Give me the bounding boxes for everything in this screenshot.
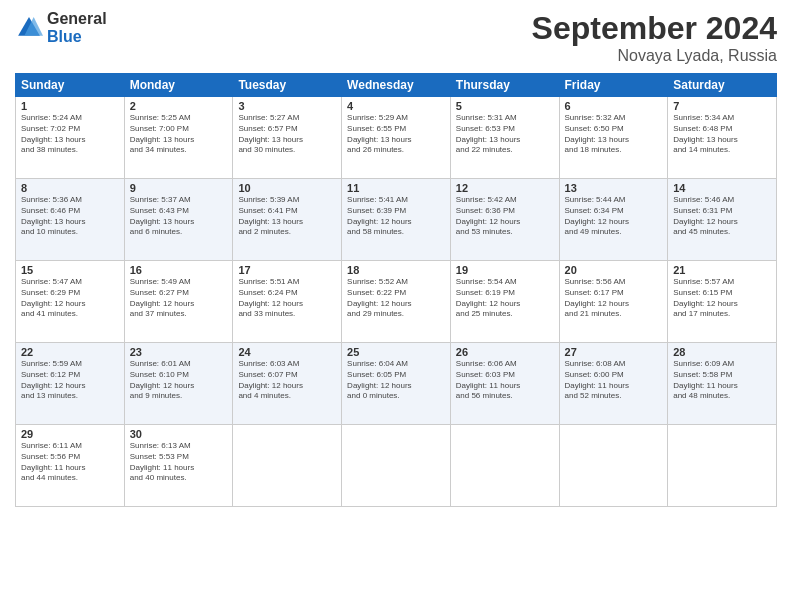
day-number: 18	[347, 264, 445, 276]
day-number: 11	[347, 182, 445, 194]
table-row: 22Sunrise: 5:59 AMSunset: 6:12 PMDayligh…	[16, 343, 125, 425]
day-number: 6	[565, 100, 663, 112]
table-row: 28Sunrise: 6:09 AMSunset: 5:58 PMDayligh…	[668, 343, 777, 425]
logo-general-text: General	[47, 10, 107, 28]
day-number: 21	[673, 264, 771, 276]
table-row	[342, 425, 451, 507]
table-row: 24Sunrise: 6:03 AMSunset: 6:07 PMDayligh…	[233, 343, 342, 425]
table-row: 20Sunrise: 5:56 AMSunset: 6:17 PMDayligh…	[559, 261, 668, 343]
day-content: Sunrise: 5:54 AMSunset: 6:19 PMDaylight:…	[456, 277, 554, 320]
day-content: Sunrise: 6:09 AMSunset: 5:58 PMDaylight:…	[673, 359, 771, 402]
table-row	[450, 425, 559, 507]
day-content: Sunrise: 5:37 AMSunset: 6:43 PMDaylight:…	[130, 195, 228, 238]
table-row: 8Sunrise: 5:36 AMSunset: 6:46 PMDaylight…	[16, 179, 125, 261]
day-content: Sunrise: 5:39 AMSunset: 6:41 PMDaylight:…	[238, 195, 336, 238]
day-content: Sunrise: 6:11 AMSunset: 5:56 PMDaylight:…	[21, 441, 119, 484]
day-number: 13	[565, 182, 663, 194]
table-row: 13Sunrise: 5:44 AMSunset: 6:34 PMDayligh…	[559, 179, 668, 261]
day-number: 22	[21, 346, 119, 358]
day-number: 30	[130, 428, 228, 440]
day-number: 9	[130, 182, 228, 194]
day-number: 24	[238, 346, 336, 358]
day-content: Sunrise: 5:46 AMSunset: 6:31 PMDaylight:…	[673, 195, 771, 238]
day-number: 3	[238, 100, 336, 112]
day-content: Sunrise: 5:25 AMSunset: 7:00 PMDaylight:…	[130, 113, 228, 156]
table-row: 27Sunrise: 6:08 AMSunset: 6:00 PMDayligh…	[559, 343, 668, 425]
day-content: Sunrise: 5:32 AMSunset: 6:50 PMDaylight:…	[565, 113, 663, 156]
day-content: Sunrise: 6:13 AMSunset: 5:53 PMDaylight:…	[130, 441, 228, 484]
day-content: Sunrise: 5:59 AMSunset: 6:12 PMDaylight:…	[21, 359, 119, 402]
day-content: Sunrise: 6:04 AMSunset: 6:05 PMDaylight:…	[347, 359, 445, 402]
table-row	[559, 425, 668, 507]
title-block: September 2024 Novaya Lyada, Russia	[532, 10, 777, 65]
day-content: Sunrise: 6:06 AMSunset: 6:03 PMDaylight:…	[456, 359, 554, 402]
day-number: 15	[21, 264, 119, 276]
day-number: 25	[347, 346, 445, 358]
day-content: Sunrise: 5:29 AMSunset: 6:55 PMDaylight:…	[347, 113, 445, 156]
table-row: 17Sunrise: 5:51 AMSunset: 6:24 PMDayligh…	[233, 261, 342, 343]
table-row: 16Sunrise: 5:49 AMSunset: 6:27 PMDayligh…	[124, 261, 233, 343]
day-number: 14	[673, 182, 771, 194]
day-content: Sunrise: 5:31 AMSunset: 6:53 PMDaylight:…	[456, 113, 554, 156]
table-row: 5Sunrise: 5:31 AMSunset: 6:53 PMDaylight…	[450, 97, 559, 179]
table-row: 9Sunrise: 5:37 AMSunset: 6:43 PMDaylight…	[124, 179, 233, 261]
day-content: Sunrise: 5:44 AMSunset: 6:34 PMDaylight:…	[565, 195, 663, 238]
day-number: 12	[456, 182, 554, 194]
day-content: Sunrise: 5:24 AMSunset: 7:02 PMDaylight:…	[21, 113, 119, 156]
table-row: 19Sunrise: 5:54 AMSunset: 6:19 PMDayligh…	[450, 261, 559, 343]
day-number: 5	[456, 100, 554, 112]
day-content: Sunrise: 5:36 AMSunset: 6:46 PMDaylight:…	[21, 195, 119, 238]
day-content: Sunrise: 5:51 AMSunset: 6:24 PMDaylight:…	[238, 277, 336, 320]
day-content: Sunrise: 6:03 AMSunset: 6:07 PMDaylight:…	[238, 359, 336, 402]
day-number: 1	[21, 100, 119, 112]
col-header-wednesday: Wednesday	[342, 74, 451, 97]
table-row: 25Sunrise: 6:04 AMSunset: 6:05 PMDayligh…	[342, 343, 451, 425]
day-content: Sunrise: 5:41 AMSunset: 6:39 PMDaylight:…	[347, 195, 445, 238]
day-content: Sunrise: 5:57 AMSunset: 6:15 PMDaylight:…	[673, 277, 771, 320]
table-row: 29Sunrise: 6:11 AMSunset: 5:56 PMDayligh…	[16, 425, 125, 507]
day-content: Sunrise: 6:08 AMSunset: 6:00 PMDaylight:…	[565, 359, 663, 402]
day-number: 19	[456, 264, 554, 276]
table-row: 30Sunrise: 6:13 AMSunset: 5:53 PMDayligh…	[124, 425, 233, 507]
calendar-table: SundayMondayTuesdayWednesdayThursdayFrid…	[15, 73, 777, 507]
day-number: 7	[673, 100, 771, 112]
day-number: 8	[21, 182, 119, 194]
day-number: 2	[130, 100, 228, 112]
day-number: 26	[456, 346, 554, 358]
month-title: September 2024	[532, 10, 777, 47]
col-header-tuesday: Tuesday	[233, 74, 342, 97]
logo-blue-text: Blue	[47, 28, 107, 46]
table-row: 12Sunrise: 5:42 AMSunset: 6:36 PMDayligh…	[450, 179, 559, 261]
table-row: 11Sunrise: 5:41 AMSunset: 6:39 PMDayligh…	[342, 179, 451, 261]
day-number: 27	[565, 346, 663, 358]
day-number: 17	[238, 264, 336, 276]
col-header-monday: Monday	[124, 74, 233, 97]
day-number: 28	[673, 346, 771, 358]
table-row	[233, 425, 342, 507]
table-row: 14Sunrise: 5:46 AMSunset: 6:31 PMDayligh…	[668, 179, 777, 261]
day-number: 29	[21, 428, 119, 440]
day-content: Sunrise: 5:52 AMSunset: 6:22 PMDaylight:…	[347, 277, 445, 320]
logo-icon	[15, 14, 43, 42]
col-header-friday: Friday	[559, 74, 668, 97]
day-number: 10	[238, 182, 336, 194]
table-row	[668, 425, 777, 507]
day-number: 16	[130, 264, 228, 276]
table-row: 21Sunrise: 5:57 AMSunset: 6:15 PMDayligh…	[668, 261, 777, 343]
col-header-thursday: Thursday	[450, 74, 559, 97]
day-content: Sunrise: 5:56 AMSunset: 6:17 PMDaylight:…	[565, 277, 663, 320]
table-row: 23Sunrise: 6:01 AMSunset: 6:10 PMDayligh…	[124, 343, 233, 425]
day-content: Sunrise: 5:49 AMSunset: 6:27 PMDaylight:…	[130, 277, 228, 320]
day-number: 20	[565, 264, 663, 276]
table-row: 4Sunrise: 5:29 AMSunset: 6:55 PMDaylight…	[342, 97, 451, 179]
table-row: 3Sunrise: 5:27 AMSunset: 6:57 PMDaylight…	[233, 97, 342, 179]
table-row: 1Sunrise: 5:24 AMSunset: 7:02 PMDaylight…	[16, 97, 125, 179]
day-content: Sunrise: 5:47 AMSunset: 6:29 PMDaylight:…	[21, 277, 119, 320]
table-row: 6Sunrise: 5:32 AMSunset: 6:50 PMDaylight…	[559, 97, 668, 179]
location-title: Novaya Lyada, Russia	[532, 47, 777, 65]
table-row: 2Sunrise: 5:25 AMSunset: 7:00 PMDaylight…	[124, 97, 233, 179]
table-row: 15Sunrise: 5:47 AMSunset: 6:29 PMDayligh…	[16, 261, 125, 343]
col-header-sunday: Sunday	[16, 74, 125, 97]
day-content: Sunrise: 5:42 AMSunset: 6:36 PMDaylight:…	[456, 195, 554, 238]
table-row: 7Sunrise: 5:34 AMSunset: 6:48 PMDaylight…	[668, 97, 777, 179]
